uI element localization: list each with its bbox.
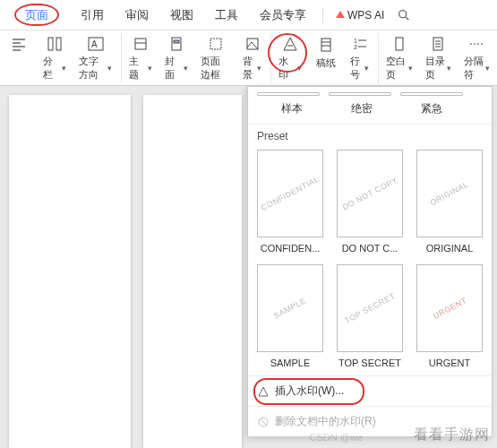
align-icon: [9, 35, 29, 55]
svg-rect-14: [174, 40, 179, 43]
preset-label: SAMPLE: [257, 358, 323, 368]
svg-rect-13: [172, 38, 181, 50]
separator-label: 分隔符: [464, 55, 484, 82]
chevron-down-icon: ▾: [447, 64, 451, 73]
ribbon-theme[interactable]: 主题▾: [124, 33, 158, 83]
watermark-insert-icon: [257, 385, 270, 398]
cn-preset-label: 绝密: [327, 101, 397, 116]
preset-label: TOP SECRET: [337, 358, 403, 368]
en-preset-grid-2: SAMPLE TOP SECRET URGENT: [248, 261, 492, 354]
blank-page-label: 空白页: [386, 55, 407, 82]
chevron-down-icon: ▾: [184, 64, 188, 73]
chevron-down-icon: ▾: [297, 64, 302, 73]
tab-page[interactable]: 页面: [4, 2, 70, 29]
chevron-down-icon: ▾: [364, 64, 369, 73]
letter-paper-label: 稿纸: [316, 56, 336, 70]
chevron-down-icon: ▾: [408, 64, 413, 73]
svg-rect-11: [135, 39, 146, 49]
ribbon-page-border[interactable]: 页面边框: [195, 33, 236, 83]
watermark-icon: [280, 35, 300, 53]
insert-watermark-action[interactable]: 插入水印(W)...: [248, 375, 492, 406]
preset-label: DO NOT C...: [337, 243, 403, 254]
preset-thumb-donotcopy[interactable]: DO NOT COPY: [337, 150, 403, 237]
preset-label: ORIGINAL: [416, 243, 483, 254]
columns-label: 分栏: [43, 55, 61, 82]
text-direction-icon: A: [86, 35, 106, 53]
svg-marker-17: [284, 38, 296, 50]
preset-label: CONFIDEN...: [257, 243, 323, 254]
ribbon-letter-paper[interactable]: 稿纸: [309, 33, 343, 83]
tab-page-label: 页面: [14, 4, 59, 26]
background-label: 背景: [243, 55, 256, 82]
ribbon-line-number[interactable]: 12 行号▾: [345, 33, 379, 83]
footer-brand: 看看手游网: [414, 426, 490, 444]
search-icon[interactable]: [397, 8, 411, 22]
columns-icon: [45, 35, 64, 53]
background-icon: [243, 35, 262, 53]
svg-marker-32: [259, 387, 268, 396]
theme-icon: [131, 35, 150, 53]
chevron-down-icon: ▾: [148, 64, 152, 73]
svg-line-34: [261, 419, 266, 425]
svg-line-2: [406, 17, 408, 20]
document-page-1[interactable]: [9, 95, 131, 448]
line-number-icon: 12: [350, 35, 370, 53]
cn-preset-thumb[interactable]: [329, 92, 391, 96]
watermark-dropdown: 样本 绝密 紧急 Preset CONFIDENTIAL DO NOT COPY…: [247, 86, 493, 437]
preset-thumb-sample[interactable]: SAMPLE: [257, 264, 323, 352]
svg-rect-7: [48, 38, 53, 50]
tab-tools[interactable]: 工具: [204, 2, 249, 29]
svg-rect-8: [56, 38, 61, 50]
ribbon-cover[interactable]: 封面▾: [159, 33, 193, 83]
tab-reference[interactable]: 引用: [70, 2, 115, 29]
watermark-remove-icon: [257, 416, 270, 428]
watermark-label: 水印: [278, 55, 296, 82]
ribbon-blank-page[interactable]: 空白页▾: [381, 33, 417, 83]
tab-review[interactable]: 审阅: [115, 2, 159, 29]
ribbon-columns[interactable]: 分栏▾: [38, 33, 72, 83]
blank-page-icon: [390, 35, 409, 53]
document-workspace: 样本 绝密 紧急 Preset CONFIDENTIAL DO NOT COPY…: [0, 86, 497, 448]
separator-icon: [467, 35, 486, 53]
page-border-label: 页面边框: [201, 55, 230, 82]
preset-thumb-urgent[interactable]: URGENT: [416, 264, 483, 352]
preset-thumb-topsecret[interactable]: TOP SECRET: [337, 264, 403, 352]
line-number-label: 行号: [350, 55, 364, 82]
cn-preset-thumb[interactable]: [257, 92, 320, 96]
tab-view[interactable]: 视图: [159, 2, 204, 29]
preset-label: URGENT: [416, 358, 483, 368]
svg-rect-26: [396, 38, 403, 50]
theme-label: 主题: [129, 55, 147, 82]
wps-ai-label: WPS AI: [347, 9, 384, 22]
preset-thumb-original[interactable]: ORIGINAL: [416, 150, 483, 237]
remove-watermark-label: 删除文档中的水印(R): [275, 414, 376, 429]
ribbon-toc[interactable]: 目录页▾: [420, 33, 457, 83]
ribbon-separator[interactable]: 分隔符▾: [458, 33, 495, 83]
menu-tab-bar: 页面 引用 审阅 视图 工具 会员专享 WPS AI: [0, 0, 497, 30]
divider: [322, 7, 323, 23]
ribbon-toolbar: 分栏▾ A 文字方向▾ 主题▾ 封面▾ 页面边框 背景▾ 水印▾ 稿纸 12 行…: [0, 30, 497, 86]
svg-rect-19: [321, 39, 330, 51]
ribbon-watermark[interactable]: 水印▾: [273, 33, 307, 83]
insert-watermark-label: 插入水印(W)...: [275, 383, 344, 399]
ribbon-background[interactable]: 背景▾: [237, 33, 271, 83]
preset-section-title: Preset: [248, 124, 492, 146]
cn-preset-labels: 样本 绝密 紧急: [248, 99, 492, 124]
cover-label: 封面: [165, 55, 183, 82]
en-preset-grid-1: CONFIDENTIAL DO NOT COPY ORIGINAL: [248, 146, 492, 239]
document-page-2[interactable]: [143, 95, 242, 448]
svg-rect-15: [210, 39, 221, 49]
preset-thumb-confidential[interactable]: CONFIDENTIAL: [257, 150, 323, 237]
chevron-down-icon: ▾: [485, 64, 490, 73]
text-direction-label: 文字方向: [79, 55, 107, 82]
cn-preset-thumb[interactable]: [400, 92, 463, 96]
wps-ai-brand[interactable]: WPS AI: [336, 9, 384, 22]
page-border-icon: [206, 35, 226, 53]
chevron-down-icon: ▾: [107, 64, 112, 73]
ribbon-align-icon-group[interactable]: [2, 33, 36, 83]
ribbon-text-direction[interactable]: A 文字方向▾: [73, 33, 122, 83]
cn-preset-label: 紧急: [397, 101, 467, 116]
svg-point-1: [399, 10, 407, 17]
tab-member[interactable]: 会员专享: [249, 2, 317, 29]
footer-sub: CSDN @we: [310, 432, 363, 443]
